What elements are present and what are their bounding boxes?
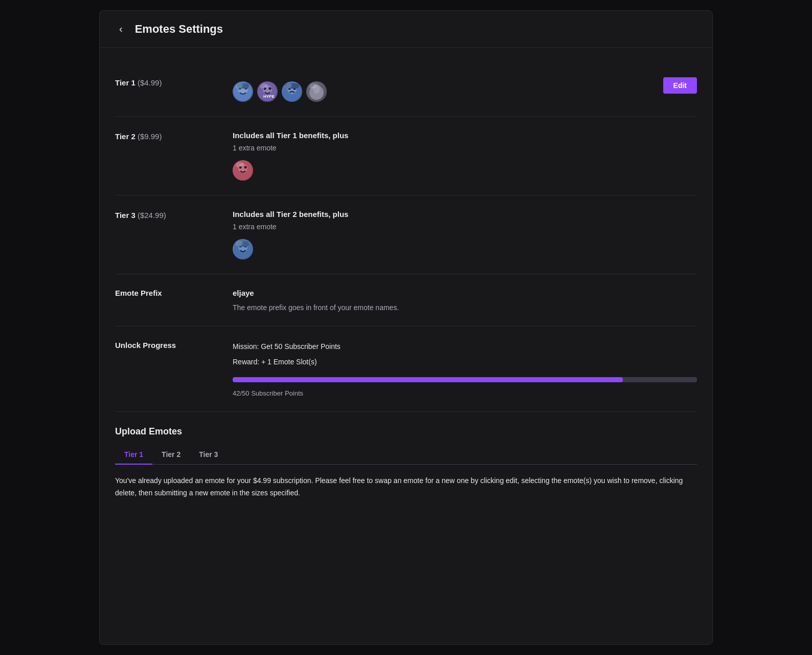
tier2-info-line1: Includes all Tier 1 benefits, plus <box>233 131 697 140</box>
emote-prefix-description: The emote prefix goes in front of your e… <box>233 303 697 312</box>
tier1-label: Tier 1 ($4.99) <box>115 77 217 87</box>
emote-prefix-value: eljaye <box>233 289 697 297</box>
tier1-emote-4 <box>306 81 327 102</box>
unlock-progress-content: Mission: Get 50 Subscriber Points Reward… <box>233 341 697 397</box>
tier1-section: Tier 1 ($4.99) <box>115 63 697 117</box>
tier1-emote-1 <box>233 81 253 102</box>
tier1-emote-2: HYPE <box>257 81 278 102</box>
upload-description: You've already uploaded an emote for you… <box>115 475 697 499</box>
back-button[interactable]: ‹ <box>115 21 127 37</box>
tier1-content: HYPE <box>233 77 697 102</box>
svg-point-21 <box>244 166 247 169</box>
reward-text: Reward: + 1 Emote Slot(s) <box>233 356 697 367</box>
tier3-info-line2: 1 extra emote <box>233 223 697 231</box>
svg-rect-14 <box>285 83 299 89</box>
svg-point-7 <box>264 88 266 90</box>
upload-tabs-row: Tier 1 Tier 2 Tier 3 <box>115 445 697 465</box>
tier2-content: Includes all Tier 1 benefits, plus 1 ext… <box>233 131 697 181</box>
tier2-name: Tier 2 <box>115 132 136 141</box>
unlock-progress-section: Unlock Progress Mission: Get 50 Subscrib… <box>115 326 697 412</box>
tier2-info-line2: 1 extra emote <box>233 144 697 152</box>
tier3-price: ($24.99) <box>138 211 166 220</box>
page-content: Tier 1 ($4.99) <box>100 48 712 519</box>
tier1-header: HYPE <box>233 77 697 102</box>
tier3-name: Tier 3 <box>115 211 136 220</box>
svg-rect-27 <box>237 242 249 247</box>
tier1-price: ($4.99) <box>138 78 162 87</box>
tier2-label: Tier 2 ($9.99) <box>115 131 217 141</box>
upload-section-title: Upload Emotes <box>115 426 697 437</box>
upload-emotes-section: Upload Emotes Tier 1 Tier 2 Tier 3 You'v… <box>115 412 697 505</box>
page-header: ‹ Emotes Settings <box>100 11 712 48</box>
tier2-emote-row <box>233 160 697 181</box>
tier3-section: Tier 3 ($24.99) Includes all Tier 2 bene… <box>115 195 697 274</box>
svg-point-20 <box>239 166 242 169</box>
emote-prefix-label: Emote Prefix <box>115 289 217 297</box>
tier3-emote-row <box>233 239 697 259</box>
tier1-name: Tier 1 <box>115 78 136 87</box>
tier2-emote-1 <box>233 160 253 181</box>
tier3-info-line1: Includes all Tier 2 benefits, plus <box>233 210 697 219</box>
mission-text: Mission: Get 50 Subscriber Points <box>233 341 697 352</box>
svg-text:HYPE: HYPE <box>263 94 275 99</box>
progress-bar-fill <box>233 377 623 382</box>
tier1-emote-3 <box>282 81 302 102</box>
progress-bar-wrapper <box>233 377 697 382</box>
svg-rect-4 <box>237 83 249 89</box>
page-title: Emotes Settings <box>135 23 223 36</box>
tier2-price: ($9.99) <box>138 132 162 141</box>
emote-prefix-content: eljaye The emote prefix goes in front of… <box>233 289 697 312</box>
progress-label: 42/50 Subscriber Points <box>233 389 697 397</box>
svg-rect-16 <box>313 84 320 94</box>
tier3-label: Tier 3 ($24.99) <box>115 210 217 220</box>
tier3-content: Includes all Tier 2 benefits, plus 1 ext… <box>233 210 697 259</box>
tab-tier2[interactable]: Tier 2 <box>152 445 190 465</box>
tier2-section: Tier 2 ($9.99) Includes all Tier 1 benef… <box>115 117 697 195</box>
tier1-emote-row: HYPE <box>233 81 327 102</box>
emote-prefix-section: Emote Prefix eljaye The emote prefix goe… <box>115 274 697 326</box>
tier3-emote-1 <box>233 239 253 259</box>
emotes-settings-page: ‹ Emotes Settings Tier 1 ($4.99) <box>99 10 713 645</box>
tab-tier1[interactable]: Tier 1 <box>115 445 152 465</box>
unlock-progress-label: Unlock Progress <box>115 341 217 350</box>
tier1-edit-button[interactable]: Edit <box>663 77 697 94</box>
svg-point-2 <box>238 86 241 90</box>
svg-point-8 <box>269 88 272 90</box>
tab-tier3[interactable]: Tier 3 <box>190 445 227 465</box>
